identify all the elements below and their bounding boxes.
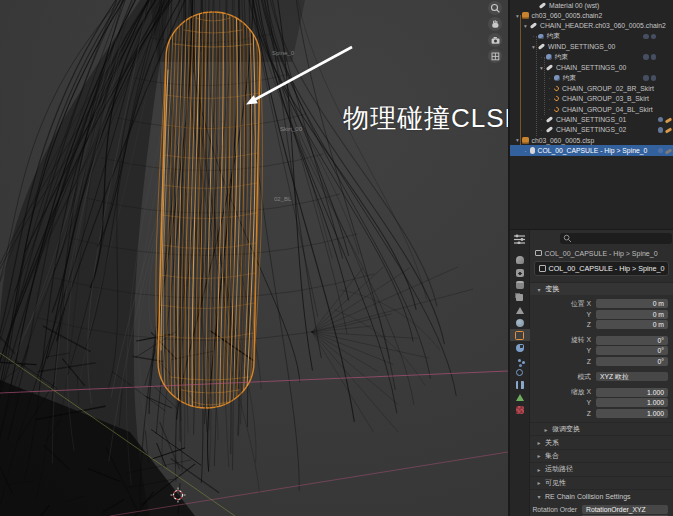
scale-z-value[interactable]: 1.000 bbox=[596, 409, 668, 418]
properties-search[interactable] bbox=[560, 233, 672, 244]
tab-object-data[interactable] bbox=[510, 392, 530, 404]
tab-world[interactable] bbox=[510, 317, 530, 329]
constraint-mini-icon bbox=[651, 75, 657, 81]
location-z-value[interactable]: 0 m bbox=[596, 320, 668, 329]
leaf-dot-icon: · bbox=[538, 125, 545, 135]
outliner-row-constraints[interactable]: · 约束 bbox=[510, 73, 673, 83]
scale-y-row[interactable]: Y 1.000 bbox=[530, 398, 673, 408]
leaf-dot-icon: · bbox=[522, 146, 529, 156]
outliner-row-clsp[interactable]: ▾ ch03_060_0005.clsp bbox=[510, 135, 673, 145]
transform-panel-header[interactable]: ▾ 变换 bbox=[530, 282, 673, 295]
tab-scene[interactable] bbox=[510, 304, 530, 316]
scale-y-value[interactable]: 1.000 bbox=[596, 398, 668, 407]
chevron-down-icon: ▾ bbox=[536, 286, 542, 293]
expand-icon[interactable]: ▾ bbox=[538, 63, 545, 73]
tab-modifiers[interactable] bbox=[510, 342, 530, 354]
chevron-right-icon: ▸ bbox=[536, 439, 542, 446]
rotation-z-value[interactable]: 0° bbox=[596, 357, 668, 366]
scale-z-row[interactable]: Z 1.000 bbox=[530, 408, 673, 418]
constraint-mini-icon bbox=[643, 54, 649, 60]
outliner-row-chain-header[interactable]: ▾ CHAIN_HEADER.ch03_060_0005.chain2 bbox=[510, 21, 673, 31]
tab-output[interactable] bbox=[510, 279, 530, 291]
panel-motion-paths[interactable]: ▸ 运动路径 bbox=[530, 462, 673, 475]
object-name-field[interactable]: COL_00_CAPSULE - Hip > Spine_0 bbox=[534, 261, 669, 276]
tab-view-layer[interactable] bbox=[510, 292, 530, 304]
outliner-row-constraints[interactable]: · 约束 bbox=[510, 31, 673, 41]
outliner-panel[interactable]: Material 00 (wst) ▾ ch03_060_0005.chain2… bbox=[510, 0, 673, 229]
pan-hand-icon[interactable] bbox=[488, 17, 502, 31]
rotation-x-value[interactable]: 0° bbox=[596, 336, 668, 345]
outliner-row-chain-group-02[interactable]: · CHAIN_GROUP_02_BR_Skirt bbox=[510, 83, 673, 93]
chain-curve-icon bbox=[553, 95, 560, 102]
capsule-mesh-icon bbox=[530, 147, 535, 155]
scale-x-row[interactable]: 缩放 X 1.000 bbox=[530, 387, 673, 397]
leaf-dot-icon: · bbox=[546, 94, 553, 104]
location-y-row[interactable]: Y 0 m bbox=[530, 309, 673, 319]
rotation-order-dropdown[interactable]: RotationOrder_XYZ bbox=[582, 505, 668, 514]
tab-constraints[interactable] bbox=[510, 379, 530, 391]
tab-tool[interactable] bbox=[510, 254, 530, 266]
constraint-icon bbox=[554, 75, 560, 81]
outliner-row-chain-group-03[interactable]: · CHAIN_GROUP_03_B_Skirt bbox=[510, 94, 673, 104]
leaf-dot-icon: · bbox=[546, 83, 553, 93]
mini-icon bbox=[658, 148, 664, 154]
outliner-row-chain2[interactable]: ▾ ch03_060_0005.chain2 bbox=[510, 10, 673, 20]
chain-curve-icon bbox=[553, 85, 560, 92]
rotation-y-row[interactable]: Y 0° bbox=[530, 346, 673, 356]
location-y-value[interactable]: 0 m bbox=[596, 310, 668, 319]
ortho-grid-icon[interactable] bbox=[488, 49, 502, 63]
outliner-row-chain-settings-00[interactable]: ▾ CHAIN_SETTINGS_00 bbox=[510, 62, 673, 72]
outliner-row-chain-settings-02[interactable]: · CHAIN_SETTINGS_02 bbox=[510, 125, 673, 135]
panel-relations[interactable]: ▸ 关系 bbox=[530, 435, 673, 448]
tab-render[interactable] bbox=[510, 267, 530, 279]
constraint-mini-icon bbox=[658, 117, 664, 123]
search-input[interactable] bbox=[574, 234, 669, 243]
outliner-row-chain-group-04[interactable]: · CHAIN_GROUP_04_BL_Skirt bbox=[510, 104, 673, 114]
3d-viewport[interactable]: Spine_0 Skirt_00 02_BL 物理碰撞CLSP bbox=[0, 0, 508, 516]
rotation-x-row[interactable]: 旋转 X 0° bbox=[530, 335, 673, 345]
outliner-row-material[interactable]: Material 00 (wst) bbox=[510, 0, 673, 10]
rotation-mode-row[interactable]: 模式 XYZ 欧拉 bbox=[530, 372, 673, 382]
panel-collections[interactable]: ▸ 集合 bbox=[530, 449, 673, 462]
rotation-z-row[interactable]: Z 0° bbox=[530, 356, 673, 366]
tab-texture[interactable] bbox=[510, 404, 530, 416]
location-x-row[interactable]: 位置 X 0 m bbox=[530, 299, 673, 309]
panel-re-chain-collision-settings[interactable]: ▾ RE Chain Collision Settings bbox=[530, 489, 673, 502]
blender-window: Spine_0 Skirt_00 02_BL 物理碰撞CLSP Material… bbox=[0, 0, 673, 516]
chevron-right-icon: ▸ bbox=[543, 426, 549, 433]
tab-object-selected[interactable] bbox=[510, 329, 530, 341]
tab-physics[interactable] bbox=[510, 367, 530, 379]
expand-icon[interactable]: ▾ bbox=[522, 21, 529, 31]
leaf-dot-icon: · bbox=[538, 52, 545, 62]
rotation-order-row[interactable]: Rotation Order RotationOrder_XYZ bbox=[530, 505, 673, 515]
breadcrumb: COL_00_CAPSULE - Hip > Spine_0 bbox=[530, 247, 673, 259]
panel-delta-transform[interactable]: ▸ 微调变换 bbox=[530, 422, 673, 435]
editor-type-icon[interactable] bbox=[513, 234, 526, 244]
zoom-icon[interactable] bbox=[488, 1, 502, 15]
rotation-mode-dropdown[interactable]: XYZ 欧拉 bbox=[596, 372, 668, 381]
outliner-row-constraints[interactable]: · 约束 bbox=[510, 52, 673, 62]
armature-object-icon bbox=[522, 12, 529, 19]
bone-icon bbox=[539, 2, 546, 9]
leaf-dot-icon: · bbox=[538, 114, 545, 124]
rotation-y-value[interactable]: 0° bbox=[596, 346, 668, 355]
location-x-value[interactable]: 0 m bbox=[596, 299, 668, 308]
constraint-mini-icon bbox=[643, 75, 649, 81]
outliner-row-wind-settings[interactable]: ▾ WIND_SETTINGS_00 bbox=[510, 42, 673, 52]
search-icon bbox=[563, 234, 572, 243]
bone-mini-icon bbox=[665, 117, 673, 123]
outliner-row-col-capsule-selected[interactable]: · COL_00_CAPSULE - Hip > Spine_0 bbox=[510, 145, 673, 155]
panel-visibility[interactable]: ▸ 可见性 bbox=[530, 476, 673, 489]
camera-view-icon[interactable] bbox=[488, 33, 502, 47]
properties-tab-strip bbox=[510, 230, 530, 516]
location-z-row[interactable]: Z 0 m bbox=[530, 320, 673, 330]
chevron-right-icon: ▸ bbox=[536, 452, 542, 459]
expand-icon[interactable]: ▾ bbox=[514, 11, 521, 21]
wireframe-scene bbox=[0, 0, 508, 516]
expand-icon[interactable]: ▾ bbox=[530, 42, 537, 52]
bone-icon bbox=[530, 23, 537, 30]
scale-x-value[interactable]: 1.000 bbox=[596, 388, 668, 397]
expand-icon[interactable]: ▾ bbox=[514, 135, 521, 145]
outliner-row-chain-settings-01[interactable]: · CHAIN_SETTINGS_01 bbox=[510, 114, 673, 124]
tab-particles[interactable] bbox=[510, 354, 530, 366]
